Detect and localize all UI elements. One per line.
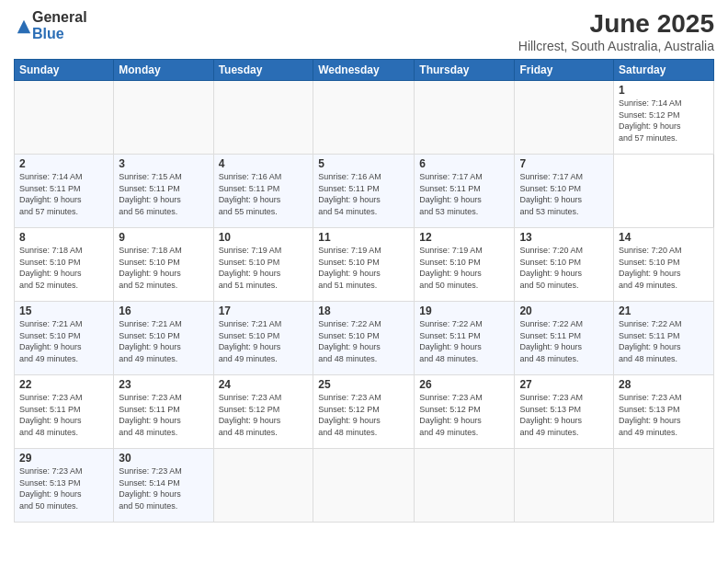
day-number: 20 bbox=[519, 304, 609, 317]
day-info: Sunrise: 7:19 AMSunset: 5:10 PMDaylight:… bbox=[219, 246, 282, 290]
table-row: 6Sunrise: 7:17 AMSunset: 5:11 PMDaylight… bbox=[415, 155, 515, 228]
day-info: Sunrise: 7:22 AMSunset: 5:11 PMDaylight:… bbox=[519, 319, 583, 363]
empty-cell bbox=[515, 81, 614, 155]
table-row bbox=[415, 449, 515, 523]
day-info: Sunrise: 7:23 AMSunset: 5:12 PMDaylight:… bbox=[318, 393, 381, 437]
table-row: 26Sunrise: 7:23 AMSunset: 5:12 PMDayligh… bbox=[415, 375, 515, 449]
header-saturday: Saturday bbox=[614, 60, 714, 81]
day-number: 19 bbox=[419, 304, 509, 317]
table-row bbox=[614, 449, 714, 523]
table-row: 16Sunrise: 7:21 AMSunset: 5:10 PMDayligh… bbox=[114, 302, 213, 375]
month-title: June 2025 bbox=[518, 9, 714, 39]
day-number: 4 bbox=[219, 157, 309, 170]
day-info: Sunrise: 7:23 AMSunset: 5:13 PMDaylight:… bbox=[19, 466, 83, 511]
table-row: 12Sunrise: 7:19 AMSunset: 5:10 PMDayligh… bbox=[415, 228, 515, 302]
empty-cell bbox=[114, 81, 213, 155]
day-number: 27 bbox=[519, 378, 609, 391]
day-info: Sunrise: 7:15 AMSunset: 5:11 PMDaylight:… bbox=[119, 172, 182, 216]
day-info: Sunrise: 7:23 AMSunset: 5:14 PMDaylight:… bbox=[119, 466, 182, 511]
table-row: 22Sunrise: 7:23 AMSunset: 5:11 PMDayligh… bbox=[15, 375, 114, 449]
day-number: 2 bbox=[19, 157, 108, 170]
table-row: 24Sunrise: 7:23 AMSunset: 5:12 PMDayligh… bbox=[213, 375, 313, 449]
day-number: 15 bbox=[19, 304, 108, 317]
day-info: Sunrise: 7:19 AMSunset: 5:10 PMDaylight:… bbox=[318, 246, 381, 290]
day-number: 29 bbox=[19, 452, 108, 465]
table-row: 19Sunrise: 7:22 AMSunset: 5:11 PMDayligh… bbox=[415, 302, 515, 375]
table-row: 8Sunrise: 7:18 AMSunset: 5:10 PMDaylight… bbox=[15, 228, 114, 302]
day-number: 9 bbox=[119, 231, 208, 244]
day-info: Sunrise: 7:23 AMSunset: 5:11 PMDaylight:… bbox=[119, 393, 182, 437]
svg-marker-0 bbox=[17, 19, 30, 32]
day-info: Sunrise: 7:17 AMSunset: 5:10 PMDaylight:… bbox=[519, 172, 583, 216]
day-number: 18 bbox=[318, 304, 409, 317]
header: General Blue June 2025 Hillcrest, South … bbox=[14, 9, 714, 53]
header-friday: Friday bbox=[515, 60, 614, 81]
day-number: 11 bbox=[318, 231, 409, 244]
table-row: 15Sunrise: 7:21 AMSunset: 5:10 PMDayligh… bbox=[15, 302, 114, 375]
day-number: 13 bbox=[519, 231, 609, 244]
day-number: 30 bbox=[119, 452, 208, 465]
day-info: Sunrise: 7:16 AMSunset: 5:11 PMDaylight:… bbox=[318, 172, 381, 216]
day-number: 1 bbox=[619, 84, 709, 97]
day-info: Sunrise: 7:17 AMSunset: 5:11 PMDaylight:… bbox=[419, 172, 483, 216]
day-info: Sunrise: 7:14 AMSunset: 5:11 PMDaylight:… bbox=[19, 172, 83, 216]
table-row: 9Sunrise: 7:18 AMSunset: 5:10 PMDaylight… bbox=[114, 228, 213, 302]
day-number: 21 bbox=[619, 304, 709, 317]
day-info: Sunrise: 7:18 AMSunset: 5:10 PMDaylight:… bbox=[119, 246, 182, 290]
empty-cell bbox=[15, 81, 114, 155]
location-title: Hillcrest, South Australia, Australia bbox=[518, 39, 714, 53]
table-row: 18Sunrise: 7:22 AMSunset: 5:10 PMDayligh… bbox=[313, 302, 415, 375]
table-row: 2Sunrise: 7:14 AMSunset: 5:11 PMDaylight… bbox=[15, 155, 114, 228]
day-number: 7 bbox=[519, 157, 609, 170]
day-info: Sunrise: 7:14 AMSunset: 5:12 PMDaylight:… bbox=[619, 98, 682, 143]
logo-general-text: General bbox=[32, 9, 87, 26]
day-info: Sunrise: 7:23 AMSunset: 5:13 PMDaylight:… bbox=[619, 393, 682, 437]
day-info: Sunrise: 7:20 AMSunset: 5:10 PMDaylight:… bbox=[519, 246, 583, 290]
header-tuesday: Tuesday bbox=[213, 60, 313, 81]
empty-cell bbox=[313, 81, 415, 155]
table-row: 23Sunrise: 7:23 AMSunset: 5:11 PMDayligh… bbox=[114, 375, 213, 449]
table-row: 29Sunrise: 7:23 AMSunset: 5:13 PMDayligh… bbox=[15, 449, 114, 523]
table-row: 5Sunrise: 7:16 AMSunset: 5:11 PMDaylight… bbox=[313, 155, 415, 228]
day-info: Sunrise: 7:21 AMSunset: 5:10 PMDaylight:… bbox=[119, 319, 182, 363]
day-number: 14 bbox=[619, 231, 709, 244]
day-info: Sunrise: 7:23 AMSunset: 5:11 PMDaylight:… bbox=[19, 393, 83, 437]
day-number: 24 bbox=[219, 378, 309, 391]
table-row: 21Sunrise: 7:22 AMSunset: 5:11 PMDayligh… bbox=[614, 302, 714, 375]
logo-icon bbox=[16, 18, 32, 35]
day-number: 3 bbox=[119, 157, 208, 170]
header-monday: Monday bbox=[114, 60, 213, 81]
day-info: Sunrise: 7:16 AMSunset: 5:11 PMDaylight:… bbox=[219, 172, 282, 216]
day-info: Sunrise: 7:23 AMSunset: 5:12 PMDaylight:… bbox=[419, 393, 483, 437]
table-row bbox=[515, 449, 614, 523]
table-row: 14Sunrise: 7:20 AMSunset: 5:10 PMDayligh… bbox=[614, 228, 714, 302]
day-number: 10 bbox=[219, 231, 309, 244]
logo: General Blue bbox=[14, 9, 87, 41]
day-number: 25 bbox=[318, 378, 409, 391]
logo-blue-text: Blue bbox=[32, 26, 87, 42]
table-row: 1Sunrise: 7:14 AMSunset: 5:12 PMDaylight… bbox=[614, 81, 714, 155]
day-number: 23 bbox=[119, 378, 208, 391]
day-number: 26 bbox=[419, 378, 509, 391]
table-row: 25Sunrise: 7:23 AMSunset: 5:12 PMDayligh… bbox=[313, 375, 415, 449]
day-number: 17 bbox=[219, 304, 309, 317]
day-number: 28 bbox=[619, 378, 709, 391]
table-row bbox=[313, 449, 415, 523]
header-sunday: Sunday bbox=[15, 60, 114, 81]
table-row: 11Sunrise: 7:19 AMSunset: 5:10 PMDayligh… bbox=[313, 228, 415, 302]
header-thursday: Thursday bbox=[415, 60, 515, 81]
day-number: 6 bbox=[419, 157, 509, 170]
logo-text: General Blue bbox=[32, 9, 87, 41]
day-info: Sunrise: 7:21 AMSunset: 5:10 PMDaylight:… bbox=[219, 319, 282, 363]
table-row: 27Sunrise: 7:23 AMSunset: 5:13 PMDayligh… bbox=[515, 375, 614, 449]
calendar: Sunday Monday Tuesday Wednesday Thursday… bbox=[14, 59, 714, 523]
day-info: Sunrise: 7:22 AMSunset: 5:11 PMDaylight:… bbox=[619, 319, 682, 363]
day-info: Sunrise: 7:18 AMSunset: 5:10 PMDaylight:… bbox=[19, 246, 83, 290]
table-row: 4Sunrise: 7:16 AMSunset: 5:11 PMDaylight… bbox=[213, 155, 313, 228]
empty-cell bbox=[415, 81, 515, 155]
day-info: Sunrise: 7:23 AMSunset: 5:13 PMDaylight:… bbox=[519, 393, 583, 437]
day-info: Sunrise: 7:22 AMSunset: 5:11 PMDaylight:… bbox=[419, 319, 483, 363]
table-row: 17Sunrise: 7:21 AMSunset: 5:10 PMDayligh… bbox=[213, 302, 313, 375]
day-info: Sunrise: 7:21 AMSunset: 5:10 PMDaylight:… bbox=[19, 319, 83, 363]
table-row: 30Sunrise: 7:23 AMSunset: 5:14 PMDayligh… bbox=[114, 449, 213, 523]
